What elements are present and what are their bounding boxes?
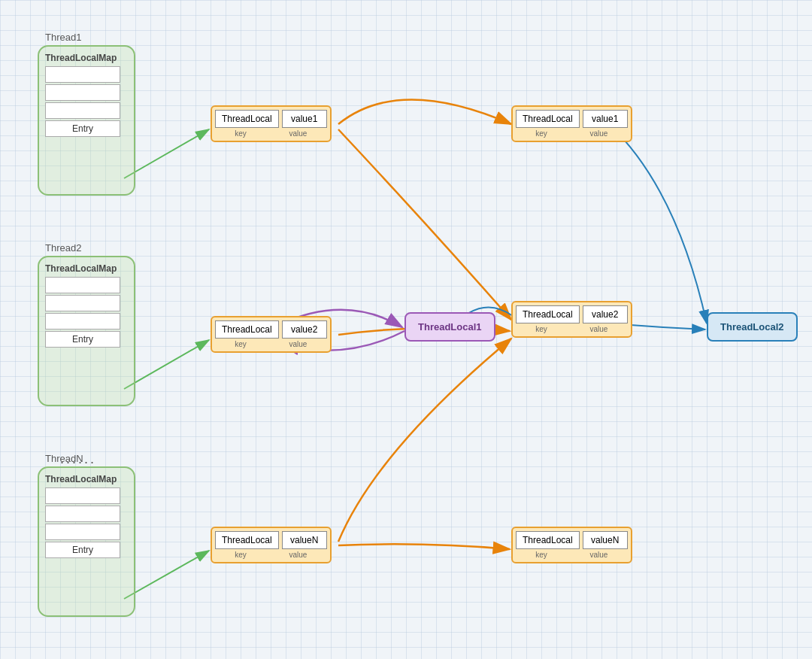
entry-right-1-labels: key value: [516, 129, 628, 138]
thread2-map-rows: Entry: [45, 277, 128, 348]
thread2-container: Thread2 ThreadLocalMap Entry: [38, 256, 135, 406]
entry-left-N-inner: ThreadLocal valueN: [215, 531, 327, 549]
entry-left-N-value: valueN: [282, 531, 327, 549]
entry-right-1-value-label: value: [590, 129, 608, 138]
entry-right-N-value-label: value: [590, 551, 608, 559]
threadN-map-rows: Entry: [45, 487, 128, 558]
threadlocal2-label: ThreadLocal2: [720, 321, 784, 333]
threadN-row-1: [45, 487, 120, 504]
thread2-label: Thread2: [45, 242, 81, 254]
diagram-canvas: Thread1 ThreadLocalMap Entry Thread2 Thr…: [0, 0, 812, 659]
threadlocal2-box: ThreadLocal2: [707, 312, 798, 342]
entry-left-2: ThreadLocal value2 key value: [211, 316, 332, 353]
entry-right-2-value: value2: [583, 305, 628, 323]
entry-left-1-value-label: value: [289, 129, 308, 138]
entry-right-N-key: ThreadLocal: [516, 531, 580, 549]
entry-right-1-inner: ThreadLocal value1: [516, 110, 628, 128]
entry-right-2-key-label: key: [535, 325, 547, 333]
entry-left-1: ThreadLocal value1 key value: [211, 105, 332, 142]
entry-left-1-key: ThreadLocal: [215, 110, 279, 128]
thread2-map-label: ThreadLocalMap: [45, 263, 128, 274]
entry-left-2-value: value2: [282, 320, 327, 339]
entry-right-1-key: ThreadLocal: [516, 110, 580, 128]
thread2-row-3: [45, 313, 120, 330]
entry-left-2-value-label: value: [289, 340, 308, 348]
entry-left-N-labels: key value: [215, 551, 327, 559]
entry-right-1-value: value1: [583, 110, 628, 128]
threadN-container: ThreadN ThreadLocalMap Entry: [38, 466, 135, 617]
thread2-entry: Entry: [45, 331, 120, 348]
threadN-entry: Entry: [45, 542, 120, 558]
threadN-row-3: [45, 524, 120, 540]
entry-right-2-labels: key value: [516, 325, 628, 333]
thread1-entry: Entry: [45, 120, 120, 137]
svg-line-5: [124, 340, 209, 389]
entry-right-1: ThreadLocal value1 key value: [511, 105, 632, 142]
entry-right-2-inner: ThreadLocal value2: [516, 305, 628, 323]
thread1-row-2: [45, 84, 120, 101]
thread1-map-rows: Entry: [45, 66, 128, 137]
entry-right-1-key-label: key: [535, 129, 547, 138]
entry-left-2-key: ThreadLocal: [215, 320, 279, 339]
thread1-label: Thread1: [45, 32, 81, 43]
entry-left-1-key-label: key: [235, 129, 247, 138]
threadlocal1-box: ThreadLocal1: [404, 312, 495, 342]
svg-line-6: [124, 551, 209, 599]
thread1-container: Thread1 ThreadLocalMap Entry: [38, 45, 135, 196]
entry-left-2-inner: ThreadLocal value2: [215, 320, 327, 339]
entry-left-N-key-label: key: [235, 551, 247, 559]
entry-left-1-inner: ThreadLocal value1: [215, 110, 327, 128]
entry-right-N-key-label: key: [535, 551, 547, 559]
thread1-row-3: [45, 102, 120, 119]
entry-left-N-value-label: value: [289, 551, 308, 559]
entry-left-N-key: ThreadLocal: [215, 531, 279, 549]
threadN-map-label: ThreadLocalMap: [45, 474, 128, 484]
thread2-row-2: [45, 295, 120, 311]
thread1-row-1: [45, 66, 120, 83]
entry-right-N-inner: ThreadLocal valueN: [516, 531, 628, 549]
entry-right-N-value: valueN: [583, 531, 628, 549]
entry-right-N-labels: key value: [516, 551, 628, 559]
entry-left-1-value: value1: [282, 110, 327, 128]
entry-right-2-value-label: value: [590, 325, 608, 333]
thread1-map-label: ThreadLocalMap: [45, 53, 128, 63]
entry-right-2-key: ThreadLocal: [516, 305, 580, 323]
threadlocal1-label: ThreadLocal1: [418, 321, 482, 333]
threadN-row-2: [45, 506, 120, 522]
entry-right-N: ThreadLocal valueN key value: [511, 527, 632, 563]
thread2-row-1: [45, 277, 120, 293]
entry-left-N: ThreadLocal valueN key value: [211, 527, 332, 563]
entry-right-2: ThreadLocal value2 key value: [511, 301, 632, 338]
entry-left-2-labels: key value: [215, 340, 327, 348]
svg-line-4: [124, 129, 209, 178]
entry-left-1-labels: key value: [215, 129, 327, 138]
entry-left-2-key-label: key: [235, 340, 247, 348]
threadN-label: ThreadN: [45, 453, 83, 464]
